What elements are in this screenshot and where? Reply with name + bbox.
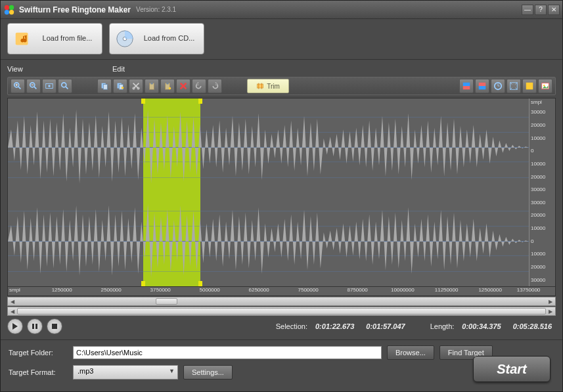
y-tick: 20000 [529,209,555,222]
titlebar: Swifturn Free Ringtone Maker Version: 2.… [1,1,562,19]
main-panel: View Edit Trim [1,60,562,339]
y-tick: 10000 [529,131,555,144]
scroll-left-arrow-icon[interactable]: ◀ [8,297,17,305]
pause-icon [32,323,38,330]
svg-line-8 [18,87,21,89]
paste-new-icon[interactable] [160,79,175,93]
close-button[interactable]: ✕ [548,5,560,15]
length-total: 0:05:28.516 [513,322,552,330]
scroll-thumb[interactable] [156,298,177,305]
effect-1-icon[interactable] [459,79,474,93]
scrollbar-zoom[interactable]: ◀ ▶ [7,297,556,306]
zoom-selection-icon[interactable] [58,79,72,93]
load-file-label: Load from file... [38,34,97,43]
waveform-area[interactable] [8,98,529,286]
load-from-file-button[interactable]: Load from file... [7,23,102,54]
zoom-in-icon[interactable] [11,79,25,93]
target-folder-input[interactable] [73,346,382,359]
svg-rect-48 [32,324,34,329]
load-from-cd-button[interactable]: Load from CD... [109,23,204,54]
trim-icon [256,82,264,90]
y-tick: 10000 [529,248,555,261]
paste-icon[interactable] [145,79,159,93]
x-tick: 7500000 [298,287,318,293]
pause-button[interactable] [27,318,43,334]
svg-rect-50 [52,324,57,329]
svg-rect-40 [479,83,486,86]
svg-point-22 [122,87,124,89]
app-version: Version: 2.3.1 [136,6,176,13]
x-tick: 11250000 [435,287,459,293]
y-tick: 20000 [529,119,555,132]
x-tick: 8750000 [347,287,367,293]
svg-rect-19 [103,84,107,89]
length-label: Length: [430,322,455,330]
x-axis: smpl 1250000 2500000 3750000 5000000 625… [7,287,556,296]
stop-icon [51,323,58,330]
svg-point-31 [169,87,171,90]
svg-point-0 [5,5,9,9]
trim-button[interactable]: Trim [247,79,289,93]
browse-button[interactable]: Browse... [387,345,434,360]
x-axis-unit: smpl [9,287,20,293]
zoom-fit-icon[interactable] [42,79,56,93]
y-tick: 30000 [529,183,555,196]
start-button[interactable]: Start [473,356,551,382]
zoom-out-icon[interactable] [26,79,41,93]
minimize-button[interactable]: — [522,5,533,15]
target-format-combo[interactable]: .mp3 [73,365,178,380]
effect-clock-icon[interactable] [491,79,505,93]
channel-right [8,196,529,286]
scroll-left-arrow-icon[interactable]: ◀ [8,307,17,315]
redo-icon[interactable] [208,79,222,93]
y-tick: 20000 [529,170,555,183]
scroll-right-arrow-icon[interactable]: ▶ [546,307,555,315]
y-tick: 10000 [529,158,555,171]
effect-expand-icon[interactable] [507,79,521,93]
target-format-label: Target Format: [9,368,68,376]
x-tick: 5000000 [200,287,220,293]
channel-left [8,102,529,192]
settings-button[interactable]: Settings... [183,365,233,380]
effect-image-icon[interactable] [538,79,552,93]
bottom-panel: Target Folder: Browse... Find Target Tar… [1,339,562,391]
x-tick: 1250000 [52,287,72,293]
copy-new-icon[interactable] [113,79,127,93]
stop-button[interactable] [47,318,62,334]
selection-start: 0:01:22.673 [315,322,354,330]
effect-2-icon[interactable] [475,79,489,93]
selection-label: Selection: [276,322,307,330]
undo-icon[interactable] [192,79,206,93]
scrollbar-position[interactable]: ◀ ▶ [7,307,556,316]
x-tick: 13750000 [517,287,541,293]
app-window: Swifturn Free Ringtone Maker Version: 2.… [0,0,563,392]
svg-point-47 [543,85,545,87]
svg-rect-39 [479,86,486,89]
toolbar: Trim [7,77,556,95]
file-music-icon [13,29,33,49]
copy-icon[interactable] [97,79,112,93]
svg-rect-34 [258,84,263,88]
load-cd-label: Load from CD... [140,34,198,43]
playback-row: Selection: 0:01:22.673 0:01:57.047 Lengt… [7,316,556,337]
svg-point-2 [5,10,9,14]
x-tick: 12500000 [478,287,502,293]
scroll-right-arrow-icon[interactable]: ▶ [546,297,555,305]
y-tick: 0 [529,144,555,158]
y-tick: 20000 [529,261,555,274]
svg-line-12 [34,87,37,89]
delete-icon[interactable] [176,79,191,93]
svg-point-16 [62,83,66,87]
menu-view[interactable]: View [7,65,112,77]
cut-icon[interactable] [129,79,143,93]
y-axis: smpl 30000 20000 10000 0 10000 20000 300… [529,98,555,286]
svg-line-17 [66,87,68,89]
x-tick: 6250000 [249,287,269,293]
help-button[interactable]: ? [535,5,547,15]
scroll-thumb-full[interactable] [17,308,546,315]
menu-edit[interactable]: Edit [112,65,125,77]
play-button[interactable] [7,318,23,334]
trim-label: Trim [267,83,280,90]
effect-color-icon[interactable] [522,79,537,93]
svg-point-1 [9,5,14,9]
